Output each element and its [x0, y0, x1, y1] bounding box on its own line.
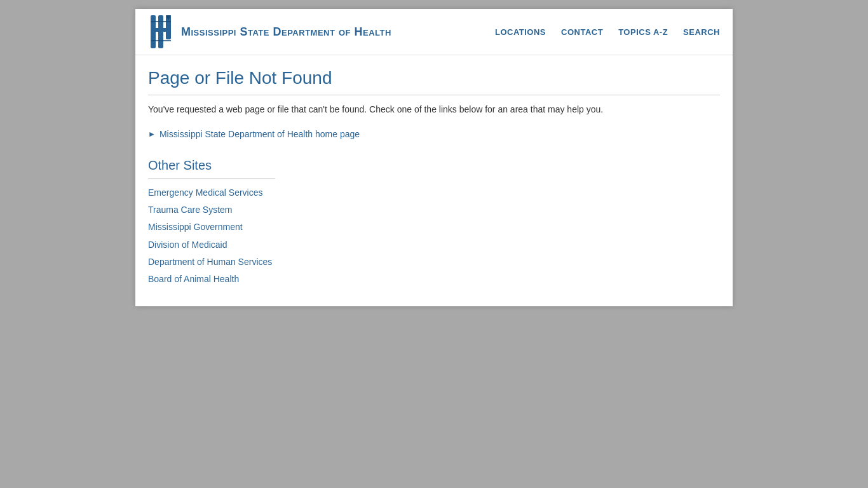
contact-nav-link[interactable]: CONTACT [561, 27, 603, 37]
svg-rect-4 [151, 28, 171, 32]
not-found-message: You've requested a web page or file that… [148, 103, 720, 116]
page-title: Page or File Not Found [148, 68, 720, 95]
home-page-link[interactable]: Mississippi State Department of Health h… [159, 129, 360, 139]
other-sites-list: Emergency Medical ServicesTrauma Care Sy… [148, 185, 720, 287]
main-content: Page or File Not Found You've requested … [135, 55, 733, 306]
other-site-link-3[interactable]: Division of Medicaid [148, 240, 227, 250]
list-item: Trauma Care System [148, 202, 720, 218]
logo-text: Mississippi State Department of Health [181, 25, 391, 39]
list-item: Board of Animal Health [148, 271, 720, 287]
list-item: Emergency Medical Services [148, 185, 720, 201]
header: Mississippi State Department of Health L… [135, 9, 733, 55]
logo-area: Mississippi State Department of Health [148, 15, 391, 48]
other-site-link-0[interactable]: Emergency Medical Services [148, 187, 263, 198]
page-container: Mississippi State Department of Health L… [135, 9, 733, 306]
list-item: Mississippi Government [148, 219, 720, 235]
list-item: Department of Human Services [148, 254, 720, 270]
logo-icon [148, 15, 175, 48]
topics-nav-link[interactable]: TOPICS A-Z [618, 27, 668, 37]
other-sites-section: Other Sites Emergency Medical ServicesTr… [148, 158, 720, 287]
arrow-right-icon: ► [148, 130, 156, 139]
list-item: Division of Medicaid [148, 237, 720, 253]
other-site-link-5[interactable]: Board of Animal Health [148, 274, 239, 284]
other-site-link-2[interactable]: Mississippi Government [148, 222, 243, 232]
other-sites-title: Other Sites [148, 158, 275, 179]
main-nav: LOCATIONS CONTACT TOPICS A-Z SEARCH [495, 27, 720, 37]
home-link-row: ► Mississippi State Department of Health… [148, 129, 720, 139]
other-site-link-4[interactable]: Department of Human Services [148, 257, 272, 267]
search-nav-link[interactable]: SEARCH [683, 27, 720, 37]
locations-nav-link[interactable]: LOCATIONS [495, 27, 546, 37]
other-site-link-1[interactable]: Trauma Care System [148, 205, 233, 215]
